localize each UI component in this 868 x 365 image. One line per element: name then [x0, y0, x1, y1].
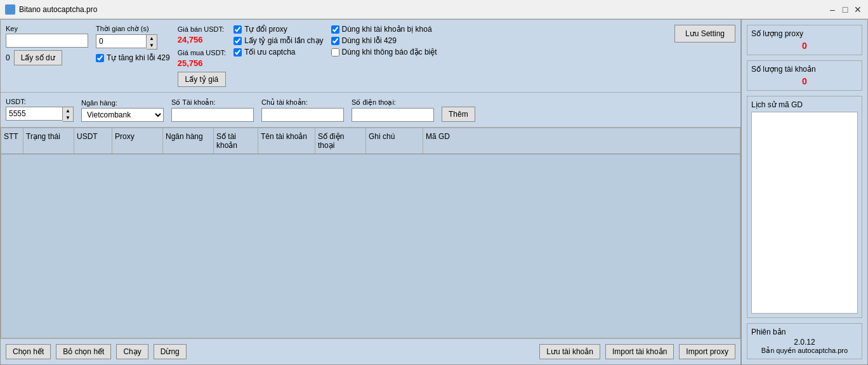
- usdt-group: USDT: ▲ ▼: [6, 98, 74, 122]
- phone-group: Số điện thoại:: [352, 98, 434, 122]
- account-number-group: Số Tài khoản:: [171, 98, 254, 122]
- sell-price-row: Giá bán USDT:: [178, 25, 226, 34]
- select-all-button[interactable]: Chọn hết: [6, 344, 51, 359]
- th-phone: Số điện thoại: [315, 128, 366, 154]
- account-number-input[interactable]: [171, 108, 254, 122]
- app-title: Bitano autocaptcha.pro: [19, 5, 827, 14]
- account-owner-input[interactable]: [261, 108, 344, 122]
- copyright-text: Bản quyền autocaptcha.pro: [751, 347, 858, 355]
- minimize-button[interactable]: –: [827, 4, 838, 15]
- use-locked-account-checkbox[interactable]: [331, 25, 339, 34]
- th-usdt: USDT: [74, 128, 112, 154]
- usdt-input[interactable]: [6, 107, 63, 121]
- phone-input[interactable]: [352, 108, 434, 122]
- th-status: Trạng thái: [23, 128, 74, 154]
- proxy-count-section: Số lượng proxy 0: [747, 25, 862, 55]
- sell-price-label: Giá bán USDT:: [178, 25, 224, 33]
- save-setting-button[interactable]: Lưu Setting: [674, 25, 735, 43]
- spinner-down-button[interactable]: ▼: [147, 42, 157, 49]
- bank-group: Ngân hàng: Vietcombank BIDV Techcombank …: [81, 99, 164, 122]
- title-bar: Bitano autocaptcha.pro – □ ✕: [0, 0, 868, 19]
- price-group: Giá bán USDT: 24,756 Giá mua USDT: 25,75…: [178, 25, 226, 87]
- key-balance: 0: [6, 53, 10, 62]
- save-account-button[interactable]: Lưu tài khoản: [539, 344, 600, 359]
- usdt-spinner-up[interactable]: ▲: [63, 107, 73, 114]
- stop-button[interactable]: Dừng: [154, 344, 187, 359]
- auto-increase-checkbox-item[interactable]: Tự tăng khi lỗi 429: [96, 53, 170, 62]
- history-label: Lịch sử mã GD: [751, 100, 858, 109]
- checkbox-get-rate-each-run[interactable]: Lấy tỷ giá mỗi lần chạy: [233, 36, 323, 45]
- th-account-name: Tên tài khoản: [258, 128, 315, 154]
- account-section: USDT: ▲ ▼ Ngân hàng: Vietcombank BIDV Te…: [1, 93, 740, 128]
- account-count-section: Số lượng tài khoản 0: [747, 60, 862, 91]
- version-label: Phiên bản: [751, 328, 858, 336]
- checkbox-optimize-captcha[interactable]: Tối ưu captcha: [233, 48, 323, 56]
- wait-time-spinner: ▲ ▼: [96, 34, 170, 50]
- spinner-up-button[interactable]: ▲: [147, 35, 157, 42]
- get-rate-button[interactable]: Lấy tỷ giá: [178, 72, 226, 87]
- th-note: Ghi chú: [366, 128, 423, 154]
- usdt-spinner-buttons: ▲ ▼: [63, 107, 74, 122]
- key-group: Key 0 Lấy số dư: [6, 25, 88, 65]
- get-rate-each-run-label: Lấy tỷ giá mỗi lần chạy: [244, 36, 323, 45]
- optimize-captcha-label: Tối ưu captcha: [244, 48, 295, 56]
- checkbox-auto-proxy[interactable]: Tự đổi proxy: [233, 25, 323, 34]
- buy-price-label: Giá mua USDT:: [178, 49, 226, 56]
- left-panel: Key 0 Lấy số dư Thời gian chờ (s) ▲ ▼: [0, 19, 741, 365]
- account-owner-label: Chủ tài khoản:: [261, 98, 344, 107]
- key-label: Key: [6, 25, 88, 32]
- history-section: Lịch sử mã GD: [747, 96, 862, 318]
- right-panel: Số lượng proxy 0 Số lượng tài khoản 0 Lị…: [741, 19, 868, 365]
- import-proxy-button[interactable]: Import proxy: [679, 344, 735, 359]
- proxy-count-value: 0: [751, 41, 858, 51]
- bank-select[interactable]: Vietcombank BIDV Techcombank MB Bank: [81, 108, 164, 122]
- checkbox-use-locked-account[interactable]: Dùng khi tài khoản bị khoá: [331, 25, 437, 34]
- accounts-table: STT Trạng thái USDT Proxy Ngân hàng Số t…: [1, 128, 740, 338]
- account-count-value: 0: [751, 76, 858, 86]
- wait-time-group: Thời gian chờ (s) ▲ ▼ Tự tăng khi lỗi 42…: [96, 25, 170, 62]
- spinner-buttons: ▲ ▼: [147, 34, 157, 50]
- bottom-bar-right: Lưu tài khoản Import tài khoản Import pr…: [539, 344, 735, 359]
- optimize-captcha-checkbox[interactable]: [233, 48, 242, 56]
- sell-price-value: 24,756: [178, 35, 226, 44]
- maximize-button[interactable]: □: [840, 4, 850, 15]
- auto-increase-checkbox[interactable]: [96, 54, 104, 62]
- use-error-429-checkbox[interactable]: [331, 37, 339, 45]
- th-transaction-code: Mã GD: [423, 128, 480, 154]
- auto-proxy-checkbox[interactable]: [233, 25, 242, 34]
- proxy-count-label: Số lượng proxy: [751, 29, 858, 38]
- table-header: STT Trạng thái USDT Proxy Ngân hàng Số t…: [1, 128, 740, 154]
- save-setting-group: Lưu Setting: [674, 25, 735, 43]
- settings-section: Key 0 Lấy số dư Thời gian chờ (s) ▲ ▼: [1, 20, 740, 93]
- use-special-notify-checkbox[interactable]: [331, 48, 339, 56]
- import-account-button[interactable]: Import tài khoản: [605, 344, 674, 359]
- checkboxes-right: Dùng khi tài khoản bị khoá Dùng khi lỗi …: [331, 25, 437, 56]
- wait-time-label: Thời gian chờ (s): [96, 25, 170, 33]
- account-owner-group: Chủ tài khoản:: [261, 98, 344, 122]
- use-error-429-label: Dùng khi lỗi 429: [342, 36, 397, 45]
- wait-time-input[interactable]: [96, 34, 147, 48]
- th-account-number: Số tài khoản: [214, 128, 258, 154]
- key-input[interactable]: [6, 34, 88, 48]
- th-bank: Ngân hàng: [163, 128, 214, 154]
- close-button[interactable]: ✕: [853, 4, 863, 15]
- window-controls: – □ ✕: [827, 4, 863, 15]
- checkboxes-left: Tự đổi proxy Lấy tỷ giá mỗi lần chạy Tối…: [233, 25, 323, 56]
- checkbox-use-special-notify[interactable]: Dùng khi thông báo đặc biệt: [331, 48, 437, 56]
- bottom-bar: Chọn hết Bỏ chọn hết Chạy Dừng Lưu tài k…: [1, 338, 740, 364]
- get-rate-each-run-checkbox[interactable]: [233, 37, 242, 45]
- usdt-spinner-down[interactable]: ▼: [63, 114, 73, 121]
- run-button[interactable]: Chạy: [116, 344, 148, 359]
- buy-price-value: 25,756: [178, 58, 226, 68]
- get-balance-button[interactable]: Lấy số dư: [14, 50, 62, 65]
- deselect-all-button[interactable]: Bỏ chọn hết: [56, 344, 111, 359]
- bank-label: Ngân hàng:: [81, 99, 164, 107]
- app-icon: [5, 4, 15, 15]
- checkbox-use-error-429[interactable]: Dùng khi lỗi 429: [331, 36, 437, 45]
- add-account-button[interactable]: Thêm: [442, 107, 475, 122]
- th-proxy: Proxy: [112, 128, 163, 154]
- auto-increase-label: Tự tăng khi lỗi 429: [107, 53, 170, 62]
- table-body: [1, 154, 740, 338]
- main-container: Key 0 Lấy số dư Thời gian chờ (s) ▲ ▼: [0, 19, 868, 365]
- version-section: Phiên bản 2.0.12 Bản quyền autocaptcha.p…: [747, 323, 862, 359]
